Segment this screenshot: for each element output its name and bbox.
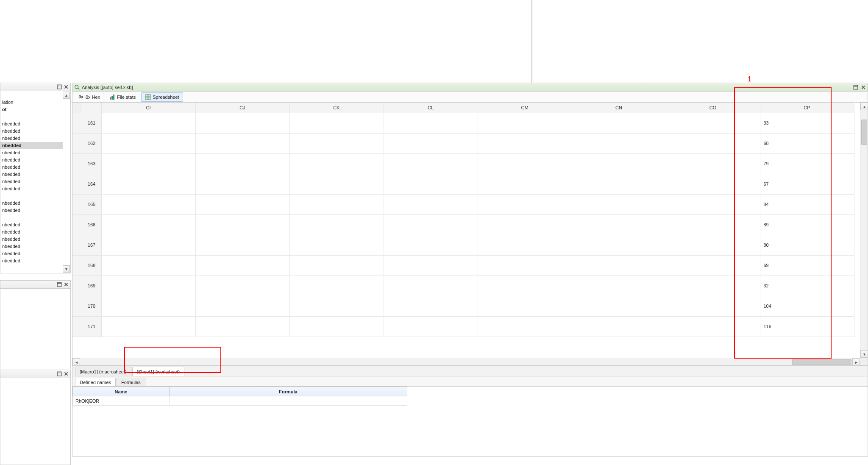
defined-names-table[interactable]: Name Formula RhOKjEOR — [72, 387, 407, 406]
sidebar-item[interactable]: nbedded — [0, 178, 63, 185]
row-header[interactable]: 162 — [82, 133, 101, 153]
cell[interactable]: 79 — [760, 153, 854, 174]
cell[interactable] — [666, 276, 760, 296]
grid-row[interactable]: 16932 — [72, 276, 854, 296]
hscroll-thumb[interactable] — [792, 359, 851, 365]
grid-row[interactable]: 16133 — [72, 113, 854, 133]
cell[interactable] — [195, 296, 289, 316]
cell[interactable]: 67 — [760, 174, 854, 194]
cell[interactable] — [101, 276, 195, 296]
vscroll-down[interactable]: ▾ — [860, 350, 868, 358]
cell[interactable] — [572, 276, 666, 296]
sheet-tab[interactable]: [Macro1] (macrosheet) — [75, 367, 131, 376]
defnames-header-formula[interactable]: Formula — [170, 387, 407, 396]
row-header[interactable]: 167 — [82, 235, 101, 255]
cell[interactable] — [195, 214, 289, 235]
row-header[interactable]: 166 — [82, 214, 101, 235]
cell[interactable] — [289, 296, 384, 316]
cell[interactable] — [384, 174, 478, 194]
sheet-tab[interactable]: [Sheet1] (worksheet) — [132, 367, 185, 376]
cell[interactable] — [101, 235, 195, 255]
row-gutter[interactable] — [72, 276, 82, 296]
cell[interactable]: 89 — [760, 214, 854, 235]
cell[interactable] — [101, 174, 195, 194]
cell[interactable] — [384, 255, 478, 276]
cell[interactable] — [572, 194, 666, 214]
cell[interactable] — [572, 133, 666, 153]
cell[interactable] — [666, 174, 760, 194]
cell[interactable] — [384, 214, 478, 235]
sidebar-item[interactable]: nbedded — [0, 135, 63, 142]
cell[interactable]: 116 — [760, 316, 854, 337]
cell[interactable] — [101, 316, 195, 337]
cell[interactable] — [195, 153, 289, 174]
cell[interactable] — [666, 235, 760, 255]
grid-wrap[interactable]: CI CJ CK CL CM CN CO CP 1613316268163791… — [72, 103, 860, 358]
grid-row[interactable]: 16689 — [72, 214, 854, 235]
sidebar-item[interactable]: nbedded — [0, 185, 63, 192]
cell[interactable] — [666, 296, 760, 316]
cell[interactable] — [384, 316, 478, 337]
cell[interactable] — [384, 235, 478, 255]
cell[interactable] — [195, 276, 289, 296]
cell[interactable] — [478, 113, 572, 133]
cell[interactable] — [666, 113, 760, 133]
cell[interactable] — [195, 133, 289, 153]
defnames-header-name[interactable]: Name — [73, 387, 170, 396]
col-header[interactable]: CP — [760, 103, 854, 113]
row-gutter[interactable] — [72, 296, 82, 316]
defnames-name[interactable]: RhOKjEOR — [73, 396, 170, 406]
cell[interactable] — [101, 194, 195, 214]
sidebar-item[interactable]: nbedded — [0, 120, 63, 128]
sidebar-item[interactable]: nbedded — [0, 250, 63, 257]
cell[interactable]: 32 — [760, 276, 854, 296]
cell[interactable]: 33 — [760, 113, 854, 133]
cell[interactable] — [478, 153, 572, 174]
cell[interactable] — [478, 194, 572, 214]
sidebar-scroll-down[interactable]: ▾ — [63, 265, 70, 273]
row-header[interactable]: 169 — [82, 276, 101, 296]
col-header[interactable]: CO — [666, 103, 760, 113]
cell[interactable] — [101, 255, 195, 276]
spreadsheet-grid[interactable]: CI CJ CK CL CM CN CO CP 1613316268163791… — [72, 103, 854, 337]
cell[interactable] — [478, 214, 572, 235]
cell[interactable] — [572, 214, 666, 235]
cell[interactable] — [195, 235, 289, 255]
row-header[interactable]: 165 — [82, 194, 101, 214]
sidebar-item[interactable]: nbedded — [0, 221, 63, 228]
panel2-close-icon[interactable] — [64, 282, 69, 287]
toolbar-filestats-button[interactable]: File stats — [106, 92, 139, 102]
cell[interactable] — [289, 214, 384, 235]
sidebar-item[interactable]: nbedded — [0, 257, 63, 265]
grid-row[interactable]: 16780 — [72, 235, 854, 255]
hscroll-left[interactable]: ◂ — [72, 358, 80, 366]
cell[interactable] — [478, 174, 572, 194]
row-header[interactable]: 170 — [82, 296, 101, 316]
panel2-undock-icon[interactable] — [57, 282, 62, 287]
row-gutter[interactable] — [72, 113, 82, 133]
sidebar-item[interactable]: nbedded — [0, 236, 63, 243]
cell[interactable] — [195, 316, 289, 337]
cell[interactable] — [289, 133, 384, 153]
cell[interactable] — [384, 194, 478, 214]
sub-tab[interactable]: Defined names — [75, 378, 116, 386]
sidebar-item[interactable]: nbedded — [0, 142, 63, 149]
row-header[interactable]: 168 — [82, 255, 101, 276]
grid-row[interactable]: 16268 — [72, 133, 854, 153]
row-gutter[interactable] — [72, 255, 82, 276]
horizontal-scrollbar[interactable]: ◂ ▸ — [72, 358, 860, 365]
cell[interactable] — [478, 316, 572, 337]
sidebar-item[interactable]: nbedded — [0, 149, 63, 156]
sidebar-item[interactable]: nbedded — [0, 128, 63, 135]
row-header[interactable]: 164 — [82, 174, 101, 194]
cell[interactable] — [195, 113, 289, 133]
grid-row[interactable]: 16467 — [72, 174, 854, 194]
cell[interactable] — [666, 153, 760, 174]
cell[interactable] — [384, 276, 478, 296]
cell[interactable] — [572, 316, 666, 337]
cell[interactable] — [572, 113, 666, 133]
cell[interactable] — [289, 235, 384, 255]
cell[interactable] — [289, 316, 384, 337]
sidebar-item[interactable]: nbedded — [0, 164, 63, 171]
cell[interactable] — [384, 296, 478, 316]
